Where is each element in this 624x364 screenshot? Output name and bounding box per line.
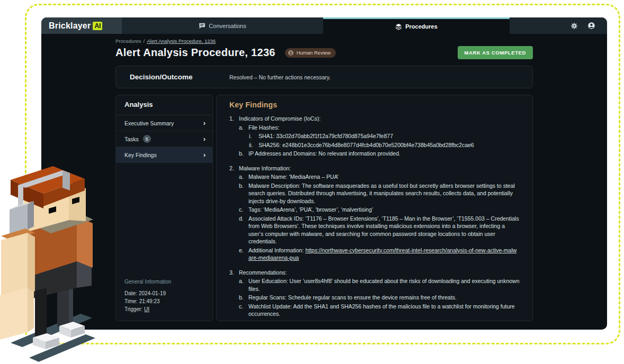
finding-row: d.Further strategies based on attack tec…: [239, 319, 520, 322]
finding-text: Further strategies based on attack techn…: [248, 319, 520, 322]
decision-outcome-card: Decision/Outcome Resolved – No further a…: [115, 66, 533, 88]
finding-marker: ii.: [249, 141, 258, 149]
finding-text: Malware Name: ‘MediaArena – PUA’: [248, 173, 338, 181]
tab-procedures[interactable]: Procedures: [323, 17, 510, 34]
app-window: Bricklayer AI Conversations Procedures: [41, 17, 607, 330]
header-actions: [510, 17, 607, 34]
finding-text: Additional Information: https://northwav…: [248, 247, 520, 262]
sidebar-item-executive-summary[interactable]: Executive Summary ›: [116, 115, 212, 131]
finding-marker: 2.: [229, 165, 239, 172]
key-findings-panel: Key Findings 1.Indicators of Compromise …: [216, 95, 533, 321]
finding-marker: 3.: [229, 269, 239, 277]
breadcrumb: Procedures/Alert Analysis Procedure, 123…: [115, 38, 533, 44]
finding-marker: c.: [239, 303, 248, 318]
finding-marker: a.: [239, 277, 248, 293]
finding-text: Associated Attack IDs: ‘T1176 – Browser …: [248, 215, 520, 245]
trigger-link[interactable]: UI: [144, 306, 149, 312]
finding-text: IP Addresses and Domains: No relevant in…: [248, 150, 400, 158]
general-information-title: General Information: [124, 279, 204, 285]
finding-row: a.File Hashes:: [239, 124, 520, 132]
brand-logo-text: Bricklayer: [49, 21, 91, 31]
page-content: Procedures/Alert Analysis Procedure, 123…: [41, 38, 607, 321]
sidebar-item-key-findings[interactable]: Key Findings ›: [116, 147, 212, 163]
finding-text: Watchlist Update: Add the SHA1 and SHA25…: [248, 303, 520, 318]
app-header: Bricklayer AI Conversations Procedures: [41, 17, 607, 34]
decision-outcome-value: Resolved – No further actions necessary.: [229, 74, 331, 80]
finding-row: a.User Education: User ‘user8s4hf8’ shou…: [239, 277, 520, 293]
finding-text: Malware Information:: [239, 165, 291, 172]
date-line: Date:2024-01-19: [124, 289, 204, 297]
brand-logo: Bricklayer AI: [41, 17, 122, 34]
finding-marker: d.: [239, 215, 248, 245]
sidebar-item-label: Tasks: [124, 136, 139, 142]
finding-text: SHA256: e248b01e3ccde76b4d8e8077d4fcb4d0…: [258, 141, 474, 149]
finding-row: c.Tags: ‘MediaArena’, ‘PUA’, ‘browser’, …: [239, 206, 520, 214]
finding-text: Recommendations:: [239, 269, 287, 277]
chevron-right-icon: ›: [203, 119, 206, 127]
title-row: Alert Analysis Procedure, 1236 Human Rev…: [115, 46, 533, 59]
finding-row: e.Additional Information: https://northw…: [239, 247, 520, 262]
key-findings-title: Key Findings: [229, 101, 520, 109]
finding-marker: e.: [239, 247, 248, 262]
finding-text: SHA1: 33c02d70abb2f1f12a79cfd780d875a94e…: [258, 132, 393, 140]
time-value: 21:49:23: [139, 298, 160, 304]
finding-marker: b.: [239, 294, 248, 302]
finding-row: 1.Indicators of Compromise (IoCs):: [229, 115, 520, 123]
layers-icon: [395, 23, 402, 30]
pixel-mascot-illustration: [0, 158, 106, 364]
finding-row: 2.Malware Information:: [229, 165, 520, 172]
finding-text: File Hashes:: [248, 124, 279, 132]
tab-conversations-label: Conversations: [209, 23, 246, 29]
human-review-badge: Human Review: [285, 48, 336, 58]
sidebar-item-label: Executive Summary: [124, 120, 174, 126]
finding-row: b.Regular Scans: Schedule regular scans …: [239, 294, 520, 302]
brand-logo-ai-badge: AI: [93, 22, 102, 30]
date-value: 2024-01-19: [139, 290, 166, 296]
chevron-right-icon: ›: [203, 151, 206, 159]
sidebar-item-tasks[interactable]: Tasks 5 ›: [116, 131, 212, 147]
finding-row: d.Associated Attack IDs: ‘T1176 – Browse…: [239, 215, 520, 245]
gear-icon[interactable]: [570, 22, 578, 30]
trigger-label: Trigger:: [124, 306, 142, 312]
tab-procedures-label: Procedures: [405, 23, 438, 30]
finding-marker: i.: [249, 132, 258, 140]
breadcrumb-root[interactable]: Procedures: [115, 38, 141, 44]
time-line: Time:21:49:23: [124, 297, 204, 305]
human-review-label: Human Review: [297, 50, 331, 56]
finding-text: User Education: User ‘user8s4hf8’ should…: [248, 277, 520, 293]
finding-row: c.Watchlist Update: Add the SHA1 and SHA…: [239, 303, 520, 318]
time-label: Time:: [124, 298, 138, 304]
finding-text: Regular Scans: Schedule regular scans to…: [248, 294, 457, 302]
tab-conversations[interactable]: Conversations: [122, 17, 323, 34]
finding-row: i.SHA1: 33c02d70abb2f1f12a79cfd780d875a9…: [249, 132, 520, 140]
breadcrumb-current-link[interactable]: Alert Analysis Procedure, 1236: [147, 38, 216, 44]
finding-text: Malware Description: The software masque…: [248, 182, 520, 205]
key-findings-list: 1.Indicators of Compromise (IoCs):a.File…: [229, 115, 520, 321]
mark-as-completed-button[interactable]: MARK AS COMPLETED: [458, 46, 533, 59]
chat-icon: [199, 22, 206, 29]
finding-row: 3.Recommendations:: [229, 269, 520, 277]
finding-marker: a.: [239, 173, 248, 181]
chevron-right-icon: ›: [203, 135, 206, 143]
finding-row: a.Malware Name: ‘MediaArena – PUA’: [239, 173, 520, 181]
finding-marker: d.: [239, 319, 248, 322]
page-title: Alert Analysis Procedure, 1236: [115, 47, 275, 59]
general-information: General Information Date:2024-01-19 Time…: [116, 272, 212, 321]
analysis-sidebar: Analysis Executive Summary › Tasks 5 › K…: [115, 95, 213, 321]
finding-marker: b.: [239, 182, 248, 205]
breadcrumb-separator: /: [144, 38, 145, 44]
date-label: Date:: [124, 290, 137, 296]
sidebar-title: Analysis: [116, 95, 212, 115]
finding-marker: 1.: [229, 115, 239, 123]
finding-text: Tags: ‘MediaArena’, ‘PUA’, ‘browser’, ‘m…: [248, 206, 373, 214]
finding-row: b.Malware Description: The software masq…: [239, 182, 520, 205]
finding-row: ii.SHA256: e248b01e3ccde76b4d8e8077d4fcb…: [249, 141, 520, 149]
trigger-line: Trigger:UI: [124, 305, 204, 313]
account-icon[interactable]: [587, 22, 595, 30]
human-review-icon: [288, 50, 294, 56]
finding-marker: b.: [239, 150, 248, 158]
tasks-count-badge: 5: [143, 135, 151, 143]
finding-link[interactable]: https://northwave-cybersecurity.com/thre…: [248, 247, 516, 261]
finding-marker: c.: [239, 206, 248, 214]
finding-row: b.IP Addresses and Domains: No relevant …: [239, 150, 520, 158]
